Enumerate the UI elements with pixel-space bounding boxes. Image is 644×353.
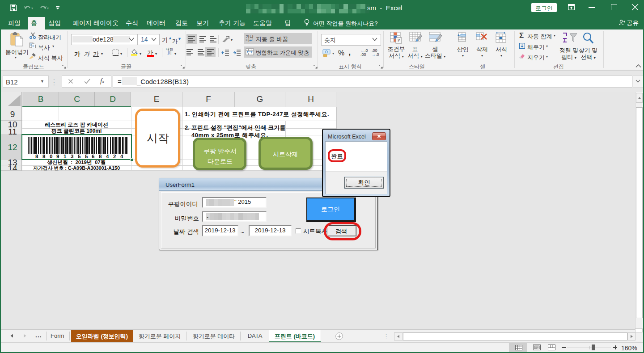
svg-text:≠: ≠: [397, 38, 400, 43]
